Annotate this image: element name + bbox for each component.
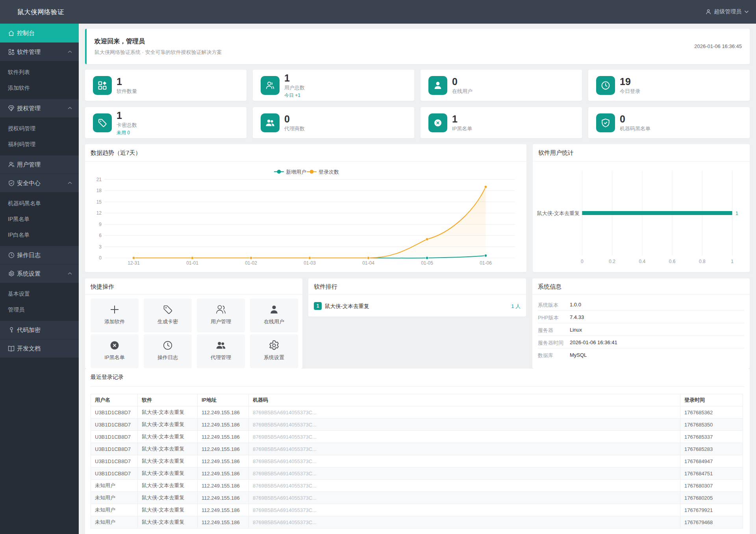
svg-text:3: 3 <box>99 244 102 250</box>
svg-text:0: 0 <box>581 259 584 264</box>
svg-text:鼠大侠-文本去重复: 鼠大侠-文本去重复 <box>537 210 580 216</box>
svg-text:01-05: 01-05 <box>421 260 433 266</box>
svg-text:0.8: 0.8 <box>699 259 706 264</box>
svg-text:1: 1 <box>736 211 738 216</box>
svg-text:新增用户: 新增用户 <box>286 169 306 175</box>
svg-text:0.2: 0.2 <box>609 259 615 264</box>
svg-text:18: 18 <box>96 188 102 193</box>
svg-text:01-02: 01-02 <box>245 260 257 266</box>
svg-text:01-03: 01-03 <box>304 260 316 266</box>
svg-text:01-04: 01-04 <box>362 260 374 266</box>
svg-text:1: 1 <box>731 259 734 264</box>
svg-text:12-31: 12-31 <box>128 260 140 266</box>
svg-text:6: 6 <box>99 233 102 238</box>
svg-text:01-01: 01-01 <box>186 260 198 266</box>
svg-text:0.6: 0.6 <box>669 259 676 264</box>
svg-text:9: 9 <box>99 222 102 227</box>
svg-text:15: 15 <box>96 199 102 205</box>
svg-text:12: 12 <box>96 210 102 216</box>
svg-text:01-06: 01-06 <box>480 260 492 266</box>
svg-text:21: 21 <box>96 177 102 182</box>
svg-text:0.4: 0.4 <box>639 259 646 264</box>
svg-text:登录次数: 登录次数 <box>319 169 339 175</box>
svg-text:0: 0 <box>99 255 102 261</box>
